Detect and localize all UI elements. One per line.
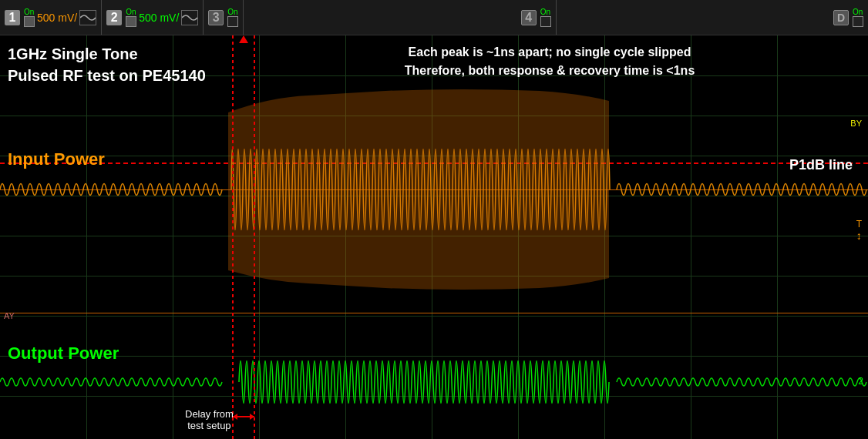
by-channel-marker: BY [850, 119, 862, 128]
waveform-display [0, 35, 868, 439]
ch1-checkbox[interactable] [24, 16, 35, 27]
ch2-wave-icon [181, 10, 198, 25]
title-annotation: 1GHz Single Tone Pulsed RF test on PE451… [8, 43, 206, 86]
channel-1-group[interactable]: 1 On 500 mV/ [0, 0, 102, 35]
channel-4-group[interactable]: 4 On [516, 0, 557, 35]
ch2-on-label: On [126, 8, 136, 16]
channel-3-group[interactable]: 3 On [204, 0, 244, 35]
note-line2: Therefore, both response & recovery time… [293, 62, 806, 80]
note-line1: Each peak is ~1ns apart; no single cycle… [293, 43, 806, 62]
ch1-wave-icon [79, 10, 96, 25]
delay-label: Delay from test setup [185, 408, 234, 431]
ch4-checkbox[interactable] [540, 16, 551, 27]
title-line2: Pulsed RF test on PE45140 [8, 65, 206, 86]
ch1-on-label: On [24, 8, 35, 16]
ch1-mv-label: 500 mV/ [37, 12, 77, 24]
svg-marker-3 [239, 35, 248, 43]
ch2-checkbox[interactable] [126, 16, 136, 27]
title-line1: 1GHz Single Tone [8, 43, 206, 65]
note-annotation: Each peak is ~1ns apart; no single cycle… [293, 43, 806, 80]
channel-d-group[interactable]: D On [829, 0, 868, 35]
delay-line2: test setup [185, 420, 234, 431]
ch3-number: 3 [208, 10, 224, 25]
ay-channel-marker: AY [4, 311, 15, 320]
ch4-number: 4 [521, 10, 537, 25]
delay-line1: Delay from [185, 408, 234, 420]
ch2-right-marker: 2 [858, 376, 863, 387]
input-power-label: Input Power [8, 149, 105, 169]
t-marker-label: T [856, 219, 862, 230]
ch4-on-label: On [540, 8, 551, 16]
output-power-label: Output Power [8, 343, 119, 364]
ch3-on-label: On [227, 8, 238, 16]
ch1-number: 1 [5, 10, 20, 25]
t-trigger-marker: T ↕ [856, 219, 862, 242]
ch2-mv-label: 500 mV/ [139, 12, 179, 24]
chD-checkbox[interactable] [853, 16, 863, 27]
channel-bar: 1 On 500 mV/ 2 On 500 mV/ 3 [0, 0, 868, 35]
chD-on-label: On [853, 8, 863, 16]
channel-2-group[interactable]: 2 On 500 mV/ [102, 0, 204, 35]
p1db-label: P1dB line [789, 157, 853, 173]
oscilloscope-display: 1GHz Single Tone Pulsed RF test on PE451… [0, 35, 868, 439]
ch3-checkbox[interactable] [227, 16, 238, 27]
ch2-number: 2 [106, 10, 122, 25]
chD-number: D [833, 10, 849, 25]
